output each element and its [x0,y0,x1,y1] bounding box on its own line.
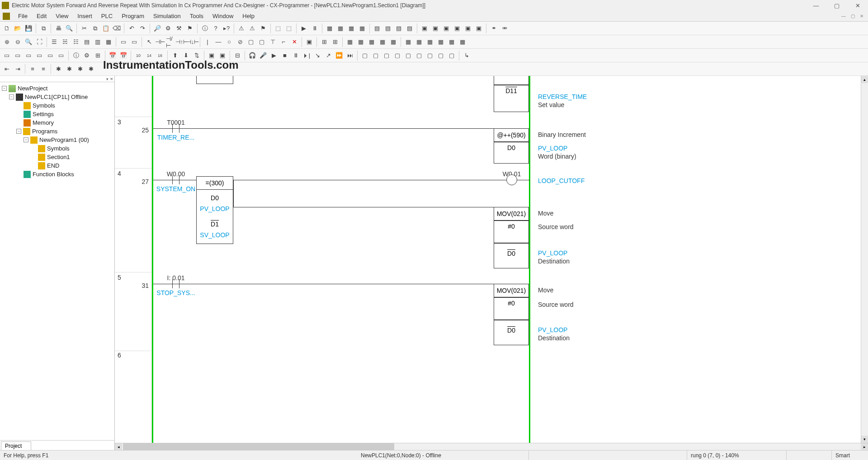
replace-icon[interactable]: ⚙ [163,23,173,33]
view3-icon[interactable]: ☷ [71,37,81,47]
panel-close-icon[interactable]: ▾ ✕ [106,77,113,81]
contact-n-icon[interactable]: ⊣↓⊢ [188,37,198,47]
stepin-icon[interactable]: ↘ [312,51,322,61]
grp4-icon[interactable]: ▧ [405,23,415,33]
horizontal-scrollbar[interactable]: ◂ ▸ [115,443,868,450]
delete-icon[interactable]: ⌫ [112,23,122,33]
menu-view[interactable]: View [51,13,73,19]
undo-icon[interactable]: ↶ [127,23,137,33]
zoom-fit-icon[interactable]: ⛶ [34,37,44,47]
r4-mov-dst-box[interactable]: D0 [494,243,529,268]
indent-in-icon[interactable]: ⇥ [13,64,23,74]
tree-programs[interactable]: Programs [32,128,57,135]
s2-icon[interactable]: ▦ [414,37,424,47]
func2-icon[interactable]: ▢ [257,37,267,47]
chip4-icon[interactable]: ▣ [452,23,462,33]
zoom-in-icon[interactable]: ⊕ [2,37,12,47]
contact-p-icon[interactable]: ⊣↑⊢ [177,37,187,47]
al5-icon[interactable]: ▢ [403,51,413,61]
r4-mov-hdr-box[interactable]: MOV(021) [494,207,529,221]
view2-icon[interactable]: ☵ [60,37,70,47]
al7-icon[interactable]: ▢ [425,51,435,61]
s1-icon[interactable]: ▦ [403,37,413,47]
warn1-icon[interactable]: ⚠ [236,23,246,33]
mic-icon[interactable]: 🎤 [258,51,268,61]
menu-help[interactable]: Help [238,13,259,19]
br4-icon[interactable]: ✱ [86,64,96,74]
open-icon[interactable]: 📂 [13,23,23,33]
paste-icon[interactable]: 📋 [101,23,111,33]
r4-mov-src-box[interactable]: #0 [494,221,529,243]
indent-out-icon[interactable]: ⇤ [2,64,12,74]
play-icon[interactable]: ▶ [299,23,309,33]
grid3-icon[interactable]: ▦ [346,23,356,33]
mdi-minimize-button[interactable]: — [840,14,847,19]
w2-icon[interactable]: ▭ [13,51,23,61]
menu-tools[interactable]: Tools [185,13,208,19]
info1-icon[interactable]: ⓘ [71,51,81,61]
scroll-thumb[interactable] [123,443,394,450]
vertical-scrollbar[interactable]: ▴ ▾ [861,76,868,443]
tree-settings[interactable]: Settings [33,111,54,117]
r4-cmp-box[interactable]: =(300) D0 PV_LOOP D1 SV_LOOP [196,176,233,244]
w4-icon[interactable]: ▭ [34,51,44,61]
scroll-right-icon[interactable]: ▸ [861,443,868,450]
unlink-icon[interactable]: ⚮ [500,23,509,33]
s6-icon[interactable]: ▦ [458,37,467,47]
r3-d0-box[interactable]: D0 [494,142,529,164]
close-button[interactable]: ✕ [847,0,868,11]
tree-plc[interactable]: NewPLC1[CP1L] Offline [25,94,88,100]
br3-icon[interactable]: ✱ [75,64,85,74]
tree-psymbols[interactable]: Symbols [47,145,70,152]
chip2-icon[interactable]: ▣ [430,23,440,33]
s5-icon[interactable]: ▦ [447,37,457,47]
rung2-d11-box[interactable]: D11 [494,85,529,112]
s4-icon[interactable]: ▦ [436,37,446,47]
menu-simulation[interactable]: Simulation [149,13,185,19]
project-tab[interactable]: Project [1,441,31,450]
mdi-restore-button[interactable]: ▢ [849,14,856,19]
minimize-button[interactable]: — [806,0,826,11]
view6-icon[interactable]: ▦ [104,37,113,47]
al2-icon[interactable]: ▢ [371,51,381,61]
cursor-icon[interactable]: ↖ [144,37,154,47]
block1-icon[interactable]: ▭ [118,37,128,47]
r5-mov-dst-box[interactable]: D0 [494,320,529,345]
grid1-icon[interactable]: ▦ [325,23,335,33]
project-tree[interactable]: −NewProject −NewPLC1[CP1L] Offline Symbo… [0,82,114,440]
br1-icon[interactable]: ✱ [53,64,63,74]
al4-icon[interactable]: ▢ [392,51,402,61]
hp-icon[interactable]: 🎧 [247,51,257,61]
del-line-icon[interactable]: ✕ [289,37,299,47]
view5-icon[interactable]: ▥ [93,37,103,47]
r4-icon[interactable]: ▦ [377,37,387,47]
warn2-icon[interactable]: ⚠ [247,23,257,33]
hwire-icon[interactable]: — [213,37,223,47]
tree-fblocks[interactable]: Function Blocks [33,171,74,178]
find-icon[interactable]: 🔎 [152,23,162,33]
next-icon[interactable]: ⏭ [345,51,355,61]
view4-icon[interactable]: ▤ [82,37,92,47]
save-icon[interactable]: 💾 [24,23,33,33]
cut-icon[interactable]: ✂ [79,23,89,33]
branch-icon[interactable]: ⊤ [268,37,278,47]
r4-coil[interactable] [506,174,517,185]
vwire-icon[interactable]: | [203,37,212,47]
flag-icon[interactable]: ⚑ [258,23,268,33]
w3-icon[interactable]: ▭ [24,51,33,61]
play2-icon[interactable]: ▶ [269,51,279,61]
pause-icon[interactable]: ⏸ [310,23,320,33]
tool2-icon[interactable]: ⚑ [185,23,195,33]
grp3-icon[interactable]: ▧ [394,23,404,33]
menu-plc[interactable]: PLC [97,13,117,19]
contact-no-icon[interactable]: ⊣⊢ [155,37,165,47]
new-icon[interactable]: 🗋 [2,23,12,33]
al6-icon[interactable]: ▢ [414,51,424,61]
br2-icon[interactable]: ✱ [64,64,74,74]
mon1-icon[interactable]: ⊞ [319,37,329,47]
view1-icon[interactable]: ☰ [49,37,59,47]
r1-icon[interactable]: ▦ [345,37,355,47]
box1-icon[interactable]: ▣ [304,37,314,47]
info3-icon[interactable]: ⊞ [93,51,103,61]
last-icon[interactable]: ↳ [462,51,472,61]
